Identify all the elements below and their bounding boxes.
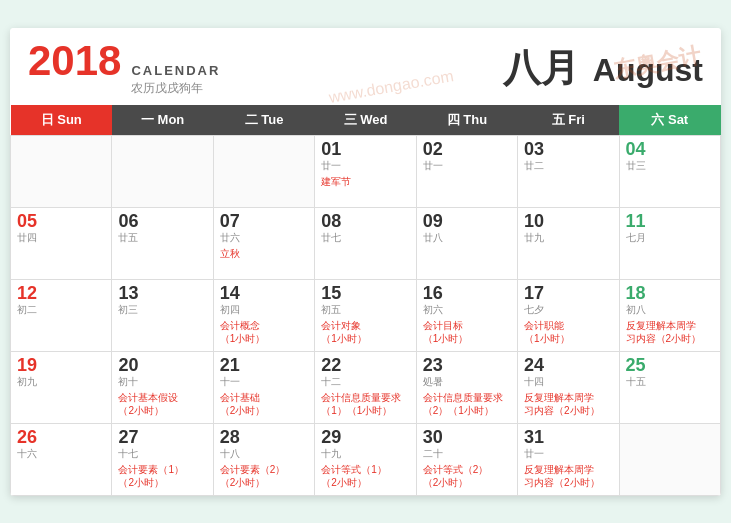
event-text: 会计基本假设 （2小时） — [118, 391, 206, 417]
calendar-cell: 01廿一建军节 — [315, 135, 416, 207]
calendar-cell: 12初二 — [11, 279, 112, 351]
event-text: 会计基础 （2小时） — [220, 391, 308, 417]
calendar-cell: 21十一会计基础 （2小时） — [213, 351, 314, 423]
lunar-date: 十一 — [220, 375, 308, 389]
calendar-cell — [11, 135, 112, 207]
calendar-cell: 09廿八 — [416, 207, 517, 279]
lunar-date: 廿四 — [17, 231, 105, 245]
lunar-date: 七夕 — [524, 303, 612, 317]
event-text: 建军节 — [321, 175, 409, 188]
date-number: 12 — [17, 284, 105, 302]
date-number: 07 — [220, 212, 308, 230]
event-text: 会计目标 （1小时） — [423, 319, 511, 345]
date-number: 13 — [118, 284, 206, 302]
lunar-date: 初九 — [17, 375, 105, 389]
lunar-date: 初十 — [118, 375, 206, 389]
header-sunday: 日 Sun — [11, 105, 112, 136]
calendar-header: 2018 CALENDAR 农历戊戌狗年 八月 August — [10, 28, 721, 105]
event-text: 会计等式（2） （2小时） — [423, 463, 511, 489]
event-text: 会计信息质量要求 （1）（1小时） — [321, 391, 409, 417]
header-monday: 一 Mon — [112, 105, 213, 136]
date-number: 01 — [321, 140, 409, 158]
calendar-cell: 13初三 — [112, 279, 213, 351]
header-tuesday: 二 Tue — [213, 105, 314, 136]
lunar-date: 十八 — [220, 447, 308, 461]
lunar-date: 処暑 — [423, 375, 511, 389]
lunar-date: 廿二 — [524, 159, 612, 173]
calendar-cell: 06廿五 — [112, 207, 213, 279]
lunar-date: 十六 — [17, 447, 105, 461]
calendar-cell: 22十二会计信息质量要求 （1）（1小时） — [315, 351, 416, 423]
date-number: 18 — [626, 284, 714, 302]
header-right: 八月 August — [503, 43, 703, 94]
lunar-date: 廿五 — [118, 231, 206, 245]
month-chinese: 八月 — [503, 43, 579, 94]
date-number: 17 — [524, 284, 612, 302]
lunar-date: 廿一 — [423, 159, 511, 173]
date-number: 22 — [321, 356, 409, 374]
calendar-cell: 17七夕会计职能 （1小时） — [518, 279, 619, 351]
date-number: 29 — [321, 428, 409, 446]
calendar-label: CALENDAR — [131, 63, 220, 78]
date-number: 28 — [220, 428, 308, 446]
calendar-cell — [619, 423, 720, 495]
lunar-date: 十四 — [524, 375, 612, 389]
header-saturday: 六 Sat — [619, 105, 720, 136]
date-number: 06 — [118, 212, 206, 230]
date-number: 27 — [118, 428, 206, 446]
lunar-date: 廿六 — [220, 231, 308, 245]
calendar-cell: 23処暑会计信息质量要求 （2）（1小时） — [416, 351, 517, 423]
date-number: 24 — [524, 356, 612, 374]
weekday-header-row: 日 Sun 一 Mon 二 Tue 三 Wed 四 Thu 五 Fri 六 Sa… — [11, 105, 721, 136]
calendar-cell: 14初四会计概念 （1小时） — [213, 279, 314, 351]
lunar-date: 廿三 — [626, 159, 714, 173]
event-text: 反复理解本周学 习内容（2小时） — [626, 319, 714, 345]
date-number: 25 — [626, 356, 714, 374]
calendar-cell: 03廿二 — [518, 135, 619, 207]
calendar-cell: 07廿六立秋 — [213, 207, 314, 279]
date-number: 08 — [321, 212, 409, 230]
calendar-week-row: 26十六27十七会计要素（1） （2小时）28十八会计要素（2） （2小时）29… — [11, 423, 721, 495]
header-subtitle: CALENDAR 农历戊戌狗年 — [131, 63, 220, 97]
date-number: 21 — [220, 356, 308, 374]
calendar-week-row: 12初二13初三14初四会计概念 （1小时）15初五会计对象 （1小时）16初六… — [11, 279, 721, 351]
date-number: 20 — [118, 356, 206, 374]
lunar-date: 廿一 — [321, 159, 409, 173]
header-left: 2018 CALENDAR 农历戊戌狗年 — [28, 40, 220, 97]
lunar-date: 七月 — [626, 231, 714, 245]
date-number: 03 — [524, 140, 612, 158]
lunar-date: 初三 — [118, 303, 206, 317]
calendar-cell: 24十四反复理解本周学 习内容（2小时） — [518, 351, 619, 423]
calendar-cell: 02廿一 — [416, 135, 517, 207]
event-text: 反复理解本周学 习内容（2小时） — [524, 391, 612, 417]
calendar-week-row: 05廿四06廿五07廿六立秋08廿七09廿八10廿九11七月 — [11, 207, 721, 279]
lunar-date: 十五 — [626, 375, 714, 389]
calendar-cell: 16初六会计目标 （1小时） — [416, 279, 517, 351]
calendar-cell: 10廿九 — [518, 207, 619, 279]
calendar-cell: 25十五 — [619, 351, 720, 423]
calendar-container: 东奥会计 www.dongao.com 2018 CALENDAR 农历戊戌狗年… — [10, 28, 721, 496]
calendar-cell: 11七月 — [619, 207, 720, 279]
calendar-cell: 30二十会计等式（2） （2小时） — [416, 423, 517, 495]
header-wednesday: 三 Wed — [315, 105, 416, 136]
calendar-cell: 19初九 — [11, 351, 112, 423]
date-number: 04 — [626, 140, 714, 158]
header-thursday: 四 Thu — [416, 105, 517, 136]
calendar-cell: 29十九会计等式（1） （2小时） — [315, 423, 416, 495]
calendar-cell: 15初五会计对象 （1小时） — [315, 279, 416, 351]
year-number: 2018 — [28, 40, 121, 82]
date-number: 16 — [423, 284, 511, 302]
calendar-cell — [112, 135, 213, 207]
event-text: 会计要素（1） （2小时） — [118, 463, 206, 489]
date-number: 23 — [423, 356, 511, 374]
calendar-week-row: 19初九20初十会计基本假设 （2小时）21十一会计基础 （2小时）22十二会计… — [11, 351, 721, 423]
lunar-date: 初六 — [423, 303, 511, 317]
calendar-thead: 日 Sun 一 Mon 二 Tue 三 Wed 四 Thu 五 Fri 六 Sa… — [11, 105, 721, 136]
date-number: 11 — [626, 212, 714, 230]
calendar-cell: 05廿四 — [11, 207, 112, 279]
lunar-date: 廿七 — [321, 231, 409, 245]
calendar-cell: 26十六 — [11, 423, 112, 495]
event-text: 会计职能 （1小时） — [524, 319, 612, 345]
calendar-cell — [213, 135, 314, 207]
date-number: 02 — [423, 140, 511, 158]
